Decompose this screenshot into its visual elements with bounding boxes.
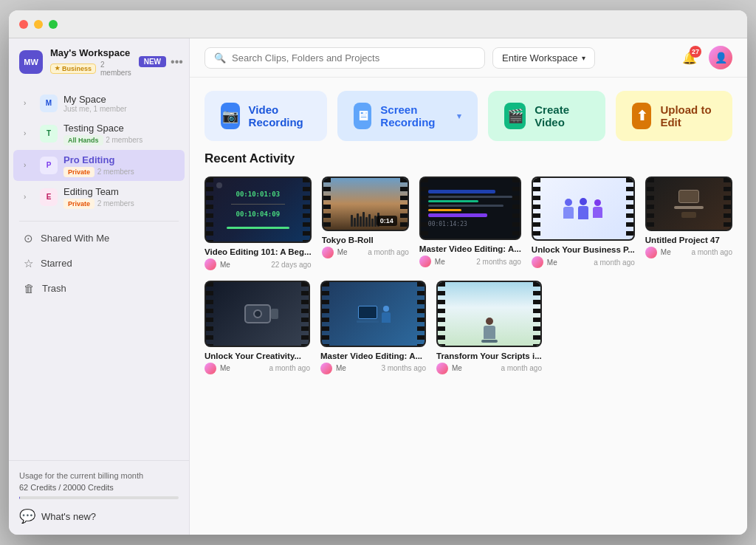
video-time-v6: a month ago [269,364,310,372]
video-author-v4: Me [547,258,557,267]
notification-button[interactable]: 🔔 27 [678,46,701,69]
video-author-avatar-v5 [645,247,657,258]
usage-counts: 62 Credits / 20000 Credits [19,483,179,492]
search-input[interactable] [232,52,475,64]
video-meta-v6: Me a month ago [205,363,310,374]
sidebar-item-pro-editing[interactable]: › P Pro Editing Private 2 members [13,150,185,181]
usage-label: Usage for the current billing month [19,471,179,480]
workspace-selector[interactable]: Entire Workspace ▾ [492,47,595,69]
app-window: MW May's Workspace ★ Business 2 members … [9,10,747,535]
video-meta-v1: Me 22 days ago [205,258,312,270]
video-time-v1: 22 days ago [271,261,312,269]
workspace-avatar: MW [19,50,43,74]
video-meta-v4: Me a month ago [532,256,635,268]
video-title-v1: Video Editing 101: A Beg... [205,247,312,256]
video-thumbnail-v2: 0:14 [322,176,409,231]
app-body: MW May's Workspace ★ Business 2 members … [9,38,747,535]
usage-bar-fill [19,496,20,499]
video-title-v7: Master Video Editing: A... [320,352,426,360]
sidebar-item-editing-team[interactable]: › E Editing Team Private 2 members [13,182,185,213]
chevron-icon: › [24,129,34,137]
spaces-section: › M My Space Just me, 1 member › T Testi… [9,86,189,216]
space-tag: Private [63,199,94,209]
video-thumbnail-v8 [436,281,542,346]
video-meta-v7: Me 3 months ago [320,363,426,374]
video-author-v3: Me [435,258,445,266]
video-card-v7[interactable]: Master Video Editing: A... Me 3 months a… [320,281,426,374]
video-author-avatar-v8 [436,363,448,374]
workspace-header: MW May's Workspace ★ Business 2 members … [9,38,189,86]
sidebar: MW May's Workspace ★ Business 2 members … [9,38,190,535]
create-video-card[interactable]: 🎬 Create Video [488,91,605,141]
space-info: My Space Just me, 1 member [63,94,174,113]
space-avatar-pro: P [40,157,58,174]
video-card-v3[interactable]: 00:01:14:23 Master Video Editing: A... M… [419,176,521,270]
video-grid-row1: 00:10:01:03 00:10:04:09 Video Editing 10… [205,176,732,270]
chevron-icon: › [24,161,34,169]
space-label: Editing Team [63,186,174,197]
main-content: 🔍 Entire Workspace ▾ 🔔 27 👤 [190,38,747,535]
video-author-v7: Me [336,364,346,372]
video-card-v2[interactable]: 0:14 Tokyo B-Roll Me a month ago [322,176,409,270]
video-card-v5[interactable]: Untitled Project 47 Me a month ago [645,176,732,270]
space-avatar-team: E [40,188,58,206]
chevron-icon: › [24,193,34,201]
sidebar-item-shared[interactable]: ⊙ Shared With Me [13,227,185,250]
upload-to-edit-card[interactable]: ⬆ Upload to Edit [616,91,732,141]
close-button[interactable] [19,20,28,29]
whats-new-button[interactable]: 💬 What's new? [19,508,179,524]
titlebar [9,10,747,38]
action-cards: 📷 Video Recording 🖥 Screen Recording ▾ 🎬… [190,78,747,151]
user-avatar[interactable]: 👤 [709,46,732,69]
sidebar-actions: NEW ••• [139,55,183,69]
video-author-avatar-v2 [322,247,334,258]
sidebar-item-testing[interactable]: › T Testing Space All Hands 2 members [13,118,185,149]
workspace-menu-button[interactable]: ••• [171,55,183,69]
sidebar-divider [19,221,179,222]
chevron-down-icon: ▾ [582,54,585,62]
video-time-v8: a month ago [501,364,542,372]
sidebar-item-starred[interactable]: ☆ Starred [13,252,185,275]
video-time-v2: a month ago [368,248,409,256]
video-author-v1: Me [220,261,230,269]
search-icon: 🔍 [214,52,226,64]
video-thumbnail-v1: 00:10:01:03 00:10:04:09 [205,176,312,243]
space-tag: All Hands [63,135,103,145]
video-card-v1[interactable]: 00:10:01:03 00:10:04:09 Video Editing 10… [205,176,312,270]
workspace-members: 2 members [100,61,131,77]
space-info: Pro Editing Private 2 members [63,154,174,176]
video-card-v8[interactable]: Transform Your Scripts i... Me a month a… [436,281,542,374]
sidebar-footer: Usage for the current billing month 62 C… [9,460,189,535]
space-info: Testing Space All Hands 2 members [63,123,174,145]
video-meta-v8: Me a month ago [436,363,542,374]
video-time-v4: a month ago [594,258,635,267]
star-icon: ☆ [24,257,33,270]
usage-bar [19,496,179,499]
video-duration-v2: 0:14 [377,216,397,226]
video-title-v2: Tokyo B-Roll [322,236,409,244]
video-grid-row2: Unlock Your Creativity... Me a month ago [205,281,542,374]
screen-recording-icon: 🖥 [354,103,371,129]
screen-recording-card[interactable]: 🖥 Screen Recording ▾ [337,91,478,141]
video-recording-card[interactable]: 📷 Video Recording [205,91,327,141]
notification-badge: 27 [690,46,701,58]
workspace-info: May's Workspace ★ Business 2 members [50,47,131,77]
video-recording-icon: 📷 [221,103,240,129]
space-sublabel: Just me, 1 member [63,105,174,113]
video-time-v7: 3 months ago [381,364,426,372]
sidebar-item-myspace[interactable]: › M My Space Just me, 1 member [13,89,185,117]
share-icon: ⊙ [24,232,33,245]
nav-label: Shared With Me [41,233,174,244]
maximize-button[interactable] [49,20,58,29]
whats-new-icon: 💬 [19,508,35,524]
sidebar-item-trash[interactable]: 🗑 Trash [13,277,185,300]
video-thumbnail-v4 [532,176,635,241]
video-card-v6[interactable]: Unlock Your Creativity... Me a month ago [205,281,310,374]
new-badge: NEW [139,56,166,67]
video-title-v4: Unlock Your Business P... [532,245,635,254]
create-video-icon: 🎬 [504,103,526,129]
search-bar[interactable]: 🔍 [205,47,485,69]
video-card-v4[interactable]: Unlock Your Business P... Me a month ago [532,176,635,270]
workspace-name: May's Workspace [50,47,131,59]
minimize-button[interactable] [34,20,43,29]
